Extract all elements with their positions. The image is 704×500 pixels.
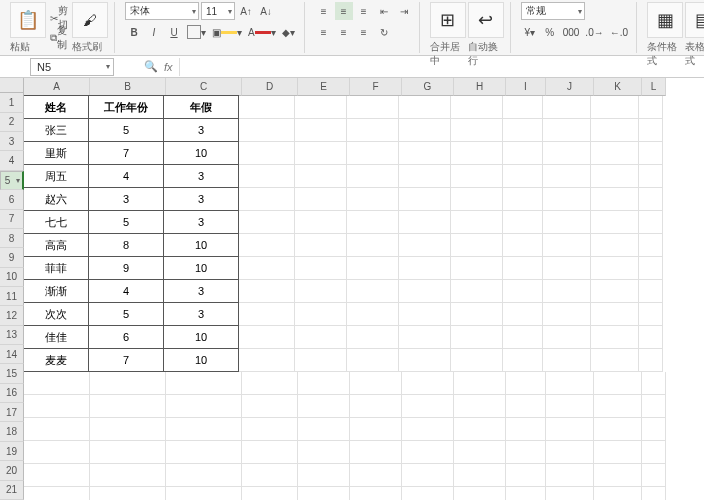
cell[interactable]: [451, 211, 503, 234]
cell[interactable]: [347, 280, 399, 303]
dec-dec-button[interactable]: ←.0: [608, 23, 630, 41]
cell[interactable]: [239, 280, 295, 303]
row-header[interactable]: 4: [0, 151, 24, 170]
cell[interactable]: 周五: [24, 164, 89, 188]
cell[interactable]: [451, 165, 503, 188]
cell[interactable]: [454, 395, 506, 418]
cell[interactable]: [350, 395, 402, 418]
cell[interactable]: [639, 303, 663, 326]
cell[interactable]: [166, 441, 242, 464]
cell[interactable]: [24, 372, 90, 395]
cell[interactable]: [451, 142, 503, 165]
cell[interactable]: [503, 96, 543, 119]
cell[interactable]: [591, 303, 639, 326]
row-header[interactable]: 10: [0, 268, 24, 287]
col-header-L[interactable]: L: [642, 78, 666, 96]
cell[interactable]: [295, 211, 347, 234]
underline-button[interactable]: U: [165, 23, 183, 41]
cell[interactable]: 姓名: [24, 95, 89, 119]
cell[interactable]: [90, 464, 166, 487]
copy-button[interactable]: ⧉ 复制: [48, 29, 70, 47]
cell[interactable]: [24, 441, 90, 464]
cell[interactable]: 赵六: [24, 187, 89, 211]
font-shrink-button[interactable]: A↓: [257, 2, 275, 20]
cell[interactable]: [399, 96, 451, 119]
cell[interactable]: 10: [163, 256, 239, 280]
cell[interactable]: [402, 395, 454, 418]
orientation-button[interactable]: ↻: [375, 23, 393, 41]
cell[interactable]: 高高: [24, 233, 89, 257]
cell[interactable]: 3: [163, 279, 239, 303]
cell[interactable]: [591, 280, 639, 303]
cell[interactable]: [503, 349, 543, 372]
bold-button[interactable]: B: [125, 23, 143, 41]
cell[interactable]: 10: [163, 348, 239, 372]
cell[interactable]: 3: [88, 187, 164, 211]
cell[interactable]: [543, 326, 591, 349]
row-header[interactable]: 7: [0, 210, 24, 229]
cell[interactable]: [543, 142, 591, 165]
cell[interactable]: [347, 234, 399, 257]
cell[interactable]: 里斯: [24, 141, 89, 165]
cell[interactable]: [239, 303, 295, 326]
cell[interactable]: [639, 165, 663, 188]
cell[interactable]: [591, 349, 639, 372]
cell[interactable]: [399, 119, 451, 142]
cell[interactable]: [239, 142, 295, 165]
row-header[interactable]: 19: [0, 442, 24, 461]
cell[interactable]: [591, 142, 639, 165]
row-header[interactable]: 21: [0, 481, 24, 500]
cell[interactable]: [166, 395, 242, 418]
cell[interactable]: [594, 372, 642, 395]
cell[interactable]: [347, 142, 399, 165]
cell[interactable]: [639, 119, 663, 142]
effects-button[interactable]: ◆▾: [280, 23, 298, 41]
cell[interactable]: [350, 464, 402, 487]
col-header-A[interactable]: A: [24, 78, 90, 96]
cell[interactable]: [503, 234, 543, 257]
cell[interactable]: [543, 96, 591, 119]
cell[interactable]: 佳佳: [24, 325, 89, 349]
cell[interactable]: [642, 372, 666, 395]
cell[interactable]: [347, 211, 399, 234]
cell[interactable]: 菲菲: [24, 256, 89, 280]
cell[interactable]: [402, 441, 454, 464]
percent-button[interactable]: %: [541, 23, 559, 41]
paste-button[interactable]: 📋: [10, 2, 46, 38]
font-grow-button[interactable]: A↑: [237, 2, 255, 20]
row-header[interactable]: 8: [0, 229, 24, 248]
cell[interactable]: [347, 188, 399, 211]
border-button[interactable]: ▾: [185, 23, 208, 41]
cell[interactable]: [591, 165, 639, 188]
cell[interactable]: [298, 464, 350, 487]
font-name-select[interactable]: 宋体: [125, 2, 199, 20]
cell[interactable]: 次次: [24, 302, 89, 326]
font-size-select[interactable]: 11: [201, 2, 235, 20]
cell[interactable]: [90, 372, 166, 395]
cell[interactable]: [295, 234, 347, 257]
cell[interactable]: 3: [163, 187, 239, 211]
cells-area[interactable]: 姓名工作年份年假张三53里斯710周五43赵六33七七53高高810菲菲910渐…: [24, 96, 704, 500]
cell[interactable]: [546, 372, 594, 395]
cell[interactable]: [506, 395, 546, 418]
cell[interactable]: 10: [163, 325, 239, 349]
cell[interactable]: [402, 418, 454, 441]
cell[interactable]: [295, 326, 347, 349]
col-header-F[interactable]: F: [350, 78, 402, 96]
cell[interactable]: 3: [163, 210, 239, 234]
col-header-E[interactable]: E: [298, 78, 350, 96]
cell[interactable]: 7: [88, 141, 164, 165]
cell[interactable]: [591, 326, 639, 349]
cell[interactable]: [543, 349, 591, 372]
cell[interactable]: [546, 487, 594, 500]
cell[interactable]: [239, 165, 295, 188]
align-center-button[interactable]: ≡: [335, 23, 353, 41]
row-header[interactable]: 12: [0, 306, 24, 325]
cell[interactable]: [347, 349, 399, 372]
cell[interactable]: [90, 418, 166, 441]
cell[interactable]: [402, 487, 454, 500]
cond-format-button[interactable]: ▦: [647, 2, 683, 38]
cell[interactable]: [591, 234, 639, 257]
cell[interactable]: [591, 119, 639, 142]
cell[interactable]: [503, 165, 543, 188]
